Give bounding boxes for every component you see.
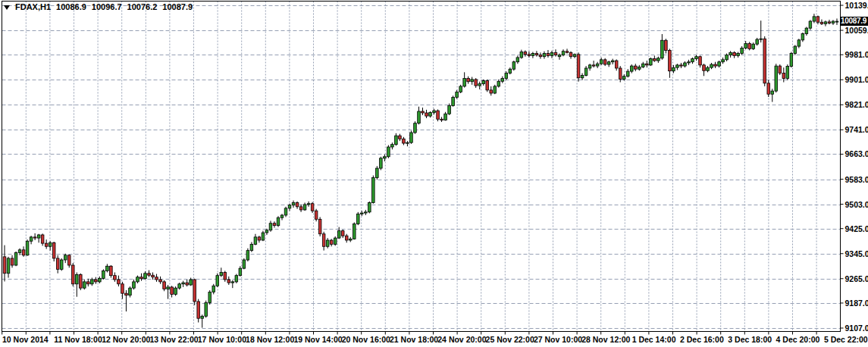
time-axis-label: 20 Nov 16:00 <box>342 335 390 344</box>
price-axis-label: 9107.0 <box>845 324 868 333</box>
time-axis-label: 11 Nov 18:00 <box>54 335 102 344</box>
price-axis-label: 9265.0 <box>845 274 868 283</box>
time-axis-label: 24 Nov 20:00 <box>437 335 486 344</box>
candlestick-chart[interactable]: 10139.010059.09981.09901.09821.09741.096… <box>0 0 868 347</box>
time-axis-label: 18 Nov 12:00 <box>246 335 294 344</box>
time-axis-label: 25 Nov 22:00 <box>486 335 534 344</box>
price-axis-label: 9663.0 <box>845 149 868 158</box>
price-axis-label: 9345.0 <box>845 249 868 258</box>
price-axis-label: 10139.0 <box>845 1 868 10</box>
price-axis-label: 9741.0 <box>845 125 868 134</box>
time-axis-label: 10 Nov 2014 <box>2 335 49 344</box>
time-axis-label: 5 Dec 22:00 <box>824 335 868 344</box>
time-axis-label: 21 Nov 18:00 <box>390 335 438 344</box>
price-axis-label: 9583.0 <box>845 175 868 184</box>
price-axis-label: 9981.0 <box>845 50 868 59</box>
time-axis-label: 1 Dec 14:00 <box>632 335 676 344</box>
current-price-badge: 10087.9 <box>840 17 868 26</box>
price-axis-label: 9425.0 <box>845 224 868 233</box>
time-axis-label: 27 Nov 10:00 <box>534 335 582 344</box>
time-axis-label: 28 Nov 12:00 <box>581 335 630 344</box>
price-axis-label: 9187.0 <box>845 299 868 308</box>
price-axis-label: 9821.0 <box>845 100 868 109</box>
time-axis-label: 4 Dec 20:00 <box>776 335 820 344</box>
time-axis-label: 3 Dec 18:00 <box>728 335 772 344</box>
chart-window: 10139.010059.09981.09901.09821.09741.096… <box>0 0 868 347</box>
time-axis-label: 12 Nov 20:00 <box>102 335 150 344</box>
price-axis-label: 9503.0 <box>845 200 868 209</box>
price-axis-label: 9901.0 <box>845 75 868 84</box>
time-axis-label: 13 Nov 22:00 <box>149 335 198 344</box>
time-axis-label: 17 Nov 10:00 <box>198 335 246 344</box>
price-axis-label: 10059.0 <box>845 26 868 35</box>
time-axis-label: 2 Dec 16:00 <box>680 335 724 344</box>
time-axis-label: 19 Nov 14:00 <box>293 335 342 344</box>
